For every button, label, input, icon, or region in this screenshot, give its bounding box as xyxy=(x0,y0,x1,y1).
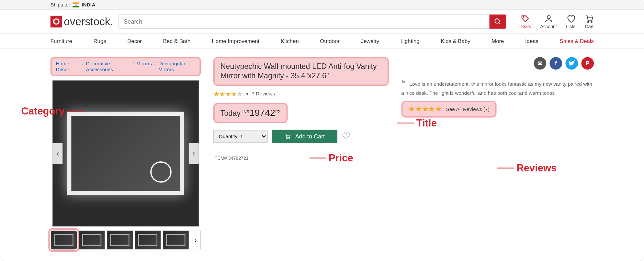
review-text: Love is an understatement, this mirror l… xyxy=(401,81,592,96)
svg-point-2 xyxy=(523,16,524,17)
nav-more[interactable]: More xyxy=(491,38,504,44)
thumbnail-4[interactable] xyxy=(135,231,161,249)
svg-point-3 xyxy=(547,16,550,18)
header-icons: Deals Account Lists 0 Cart xyxy=(519,14,594,29)
next-image-arrow[interactable]: › xyxy=(189,143,199,164)
crumb-rectangular[interactable]: Rectangular Mirrors xyxy=(158,61,196,72)
search-icon xyxy=(494,18,501,25)
search-input[interactable] xyxy=(118,15,489,29)
quote-icon: ❝ xyxy=(401,79,405,88)
svg-text:0: 0 xyxy=(591,15,593,18)
logo-icon: O xyxy=(51,16,62,27)
ship-bar: Ships to: INDIA xyxy=(0,0,644,10)
quantity-select[interactable]: Quantity: 1 xyxy=(213,130,268,143)
main-nav: Furniture Rugs Decor Bed & Bath Home Imp… xyxy=(0,33,644,49)
price-cents: 22 xyxy=(275,109,281,114)
svg-point-0 xyxy=(495,19,499,23)
svg-point-5 xyxy=(591,21,592,22)
dropdown-caret-icon: ▾ xyxy=(246,91,249,97)
product-info-column: Neutypechic Wall-mounted LED Anti-fog Va… xyxy=(213,57,389,249)
thumbnail-row: › xyxy=(51,231,201,249)
cart-link[interactable]: 0 Cart xyxy=(585,14,594,29)
nav-kitchen[interactable]: Kitchen xyxy=(281,38,299,44)
price-amount: 19742 xyxy=(250,107,275,118)
nav-sales-deals[interactable]: Sales & Deals xyxy=(560,38,594,44)
heart-icon xyxy=(566,14,575,23)
thumbnail-3[interactable] xyxy=(107,231,132,249)
price-box: Today INR1974222 xyxy=(213,103,288,123)
review-summary-box: ★★★★★ See All Reviews (7) xyxy=(401,101,496,118)
crumb-decorative[interactable]: Decorative Accessories xyxy=(86,61,130,72)
prev-image-arrow[interactable]: ‹ xyxy=(52,143,62,164)
mirror-render xyxy=(67,112,184,195)
india-flag-icon xyxy=(73,2,79,7)
share-twitter-icon[interactable] xyxy=(565,57,578,70)
ships-to-label: Ships to: xyxy=(51,2,70,8)
thumbnail-5[interactable] xyxy=(163,231,188,249)
deals-link[interactable]: Deals xyxy=(519,14,531,29)
svg-point-7 xyxy=(287,138,288,139)
nav-ideas[interactable]: Ideas xyxy=(525,38,538,44)
svg-line-1 xyxy=(499,23,500,24)
cart-icon: 0 xyxy=(585,14,594,23)
search-button[interactable] xyxy=(489,15,506,29)
breadcrumb: Home Decor/ Decorative Accessories/ Mirr… xyxy=(51,57,201,76)
stars-icon: ★★★★★ xyxy=(213,90,243,98)
product-title-box: Neutypechic Wall-mounted LED Anti-fog Va… xyxy=(213,57,389,86)
featured-review: ❝ Love is an understatement, this mirror… xyxy=(401,78,594,97)
nav-lighting[interactable]: Lighting xyxy=(401,38,420,44)
image-column: Home Decor/ Decorative Accessories/ Mirr… xyxy=(51,57,201,249)
main-product-image[interactable]: ‹ › xyxy=(52,81,199,227)
svg-point-4 xyxy=(588,21,589,22)
nav-decor[interactable]: Decor xyxy=(127,38,142,44)
product-title: Neutypechic Wall-mounted LED Anti-fog Va… xyxy=(220,62,382,81)
logo[interactable]: O overstock. xyxy=(51,15,113,28)
rating-row[interactable]: ★★★★★ ▾ 7 Reviews xyxy=(213,90,389,98)
user-icon xyxy=(544,14,553,23)
wishlist-heart-icon[interactable]: ♡ xyxy=(342,130,351,142)
social-share-row: ✉ f P xyxy=(401,57,594,70)
item-number: ITEM# 34782721 xyxy=(213,156,389,160)
thumbnail-1[interactable] xyxy=(51,231,76,249)
nav-rugs[interactable]: Rugs xyxy=(93,38,106,44)
ship-country[interactable]: INDIA xyxy=(82,2,95,8)
search-wrap xyxy=(118,15,506,29)
cart-row: Quantity: 1 Add to Cart ♡ xyxy=(213,130,389,143)
header: O overstock. Deals Account Lists 0 Cart xyxy=(0,10,644,33)
currency: INR xyxy=(243,109,250,114)
logo-text: overstock. xyxy=(64,15,113,28)
nav-home-improvement[interactable]: Home Improvement xyxy=(212,38,259,44)
nav-bed-bath[interactable]: Bed & Bath xyxy=(163,38,191,44)
nav-furniture[interactable]: Furniture xyxy=(51,38,72,44)
nav-kids-baby[interactable]: Kids & Baby xyxy=(441,38,470,44)
crumb-mirrors[interactable]: Mirrors xyxy=(136,61,152,72)
svg-point-8 xyxy=(289,138,290,139)
review-column: ✉ f P ❝ Love is an understatement, this … xyxy=(401,57,594,249)
thumb-next-arrow[interactable]: › xyxy=(191,231,201,249)
thumbnail-2[interactable] xyxy=(79,231,105,249)
main-content: Home Decor/ Decorative Accessories/ Mirr… xyxy=(0,49,644,261)
tag-icon xyxy=(521,14,530,23)
cart-plus-icon xyxy=(284,133,291,140)
price-label: Today xyxy=(220,109,241,117)
five-stars-icon: ★★★★★ xyxy=(408,105,442,114)
nav-jewelry[interactable]: Jewelry xyxy=(361,38,379,44)
see-all-reviews[interactable]: See All Reviews (7) xyxy=(446,106,489,112)
add-to-cart-button[interactable]: Add to Cart xyxy=(272,130,337,143)
share-facebook-icon[interactable]: f xyxy=(549,57,562,70)
share-pinterest-icon[interactable]: P xyxy=(581,57,594,70)
crumb-home-decor[interactable]: Home Decor xyxy=(56,61,80,72)
account-link[interactable]: Account xyxy=(540,14,557,29)
nav-outdoor[interactable]: Outdoor xyxy=(320,38,340,44)
lists-link[interactable]: Lists xyxy=(566,14,575,29)
review-count[interactable]: 7 Reviews xyxy=(252,91,275,97)
share-email-icon[interactable]: ✉ xyxy=(534,57,546,70)
